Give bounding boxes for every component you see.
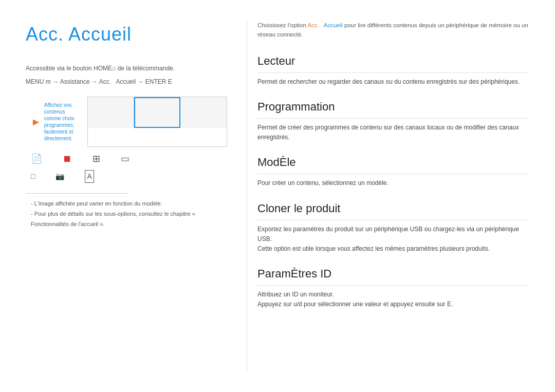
preview-left: ► Affichez vos contenus comme choix prog… (26, 97, 87, 147)
menu-prefix: MENU m → (26, 78, 60, 85)
icon-page: 📄 (31, 152, 42, 166)
play-icon: ► (31, 114, 41, 129)
section-title-modele: ModÈle (257, 154, 529, 174)
menu-acc: Acc. (99, 78, 111, 85)
section-text-cloner-2: Cette option est utile lorsque vous affe… (257, 244, 529, 254)
letter-a-icon: A (85, 170, 94, 183)
section-text-params-id-1: Attribuez un ID un moniteur. (257, 290, 529, 300)
section-title-lecteur: Lecteur (257, 52, 529, 73)
icon-camera: 📷 (55, 171, 64, 182)
section-title-programmation: Programmation (257, 98, 529, 119)
menu-accueil: Accueil (116, 78, 136, 85)
section-title-params-id: ParamÈtres ID (257, 265, 529, 286)
icons-row-2: □ 📷 A (31, 170, 231, 183)
small-page-icon: □ (31, 171, 35, 182)
intro-acc-orange: Acc. (307, 22, 319, 28)
menu-assistance: Assistance (60, 78, 90, 85)
note-2: Pour plus de détails sur les sous-option… (26, 209, 231, 230)
preview-area: ► Affichez vos contenus comme choix prog… (26, 97, 231, 183)
divider (26, 193, 128, 194)
icon-grid: ⊞ (92, 152, 100, 166)
accessible-line: Accessible via le bouton HOME⌂ de la tél… (26, 64, 231, 73)
section-text-cloner-1: Exportez les paramètres du produit sur u… (257, 225, 529, 244)
icon-record: ⏹ (63, 152, 72, 166)
section-lecteur: Lecteur Permet de rechercher ou regarder… (257, 52, 529, 87)
left-panel: Acc. Accueil Accessible via le bouton HO… (26, 21, 247, 371)
minus-icon: ▭ (121, 152, 130, 166)
icon-letter-a: A (85, 170, 94, 183)
section-modele: ModÈle Pour créer un contenu, sélectionn… (257, 154, 529, 188)
preview-caption: Affichez vos contenus comme choix progra… (44, 102, 82, 142)
page-icon: 📄 (31, 152, 42, 166)
section-text-params-id-2: Appuyez sur u/d pour sélectionner une va… (257, 300, 529, 309)
section-cloner: Cloner le produit Exportez les paramètre… (257, 200, 529, 254)
section-text-programmation: Permet de créer des programmes de conten… (257, 123, 529, 142)
menu-arrow1: → (90, 78, 99, 85)
section-programmation: Programmation Permet de créer des progra… (257, 98, 529, 142)
camera-icon: 📷 (55, 171, 64, 182)
intro-accueil-blue: Accueil (324, 22, 343, 28)
icon-minus: ▭ (121, 152, 130, 166)
menu-path: MENU m → Assistance → Acc. Accueil → ENT… (26, 77, 231, 86)
grid-icon: ⊞ (92, 152, 100, 166)
record-icon: ⏹ (63, 152, 72, 166)
section-text-modele: Pour créer un contenu, sélectionnez un m… (257, 178, 529, 188)
icons-row-1: 📄 ⏹ ⊞ ▭ (31, 152, 231, 166)
page-title: Acc. Accueil (26, 21, 231, 48)
section-params-id: ParamÈtres ID Attribuez un ID un moniteu… (257, 265, 529, 309)
note-1: L'image affichée peut varier en fonction… (26, 199, 231, 209)
icon-small-page: □ (31, 171, 35, 182)
preview-container: ► Affichez vos contenus comme choix prog… (26, 97, 231, 147)
right-intro: Choisissez l'option Acc. Accueil pour li… (257, 21, 529, 40)
menu-enter: → ENTER E (136, 78, 172, 85)
menu-space (111, 78, 116, 85)
section-text-lecteur: Permet de rechercher ou regarder des can… (257, 77, 529, 87)
thumbnail-3[interactable] (180, 97, 227, 128)
section-title-cloner: Cloner le produit (257, 200, 529, 220)
thumbnail-1[interactable] (88, 97, 134, 128)
right-panel: Choisissez l'option Acc. Accueil pour li… (247, 21, 529, 371)
thumbnail-2[interactable] (134, 97, 180, 128)
notes-list: L'image affichée peut varier en fonction… (26, 199, 231, 229)
preview-thumbnails (87, 97, 227, 147)
